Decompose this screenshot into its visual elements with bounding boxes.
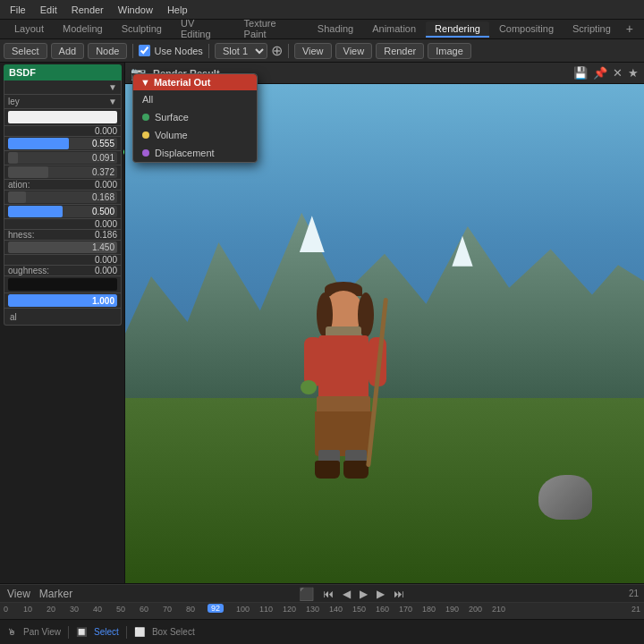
bar-row-091[interactable]: 0.091: [4, 151, 122, 165]
sphere-icon[interactable]: ⊕: [271, 42, 283, 59]
value-0: 0.000: [95, 126, 117, 136]
tab-modeling[interactable]: Modeling: [54, 21, 112, 38]
bar-value-145: 1.450: [92, 242, 114, 253]
material-output-dropdown: ▼ Material Out All Surface Volume Displa…: [132, 73, 258, 163]
frame-80: 80: [186, 605, 195, 614]
bar-fill-168: [8, 191, 26, 203]
frame-120: 120: [283, 605, 296, 614]
hness-row: hness: 0.186: [4, 230, 122, 241]
all-label: All: [142, 94, 153, 105]
tl-play-btn[interactable]: ▶: [358, 588, 369, 600]
tl-prev-frame-btn[interactable]: ◀: [341, 588, 352, 600]
volume-dot: [142, 131, 149, 139]
image-button[interactable]: Image: [428, 43, 471, 59]
main-area: BSDF ▼ ley ▼ 0.000: [0, 63, 644, 590]
color-swatch-black[interactable]: [8, 278, 117, 291]
use-nodes-toggle[interactable]: Use Nodes: [139, 45, 202, 56]
ley-label: ley: [8, 97, 20, 106]
dropdown-item-displacement[interactable]: Displacement: [133, 144, 257, 162]
dropdown-arrow-1[interactable]: ▼: [108, 82, 117, 92]
tab-uv-editing[interactable]: UV Editing: [172, 16, 234, 43]
value-row-0: 0.000: [4, 126, 122, 137]
tl-next-frame-btn[interactable]: ▶: [375, 588, 386, 600]
surface-label: Surface: [155, 112, 189, 123]
view-button-2[interactable]: View: [335, 43, 373, 59]
status-divider-1: [68, 626, 69, 639]
frame-70: 70: [163, 605, 172, 614]
ley-row: ley ▼: [4, 95, 122, 109]
use-nodes-checkbox[interactable]: [139, 45, 150, 56]
dropdown-item-surface[interactable]: Surface: [133, 108, 257, 126]
color-swatch-white[interactable]: [8, 111, 117, 123]
bar-value-372: 0.372: [92, 166, 114, 178]
bsdf-label: BSDF: [9, 67, 36, 78]
mouse-icon: 🖱: [7, 627, 16, 637]
bar-row-555[interactable]: 0.555: [4, 137, 122, 151]
surface-dot: [142, 114, 149, 121]
char-item-left: [301, 380, 317, 394]
tab-add[interactable]: +: [621, 21, 639, 38]
status-divider-2: [126, 626, 127, 639]
menu-file[interactable]: File: [4, 3, 32, 17]
color-swatch-black-row[interactable]: [4, 276, 122, 293]
workspace-tabs: Layout Modeling Sculpting UV Editing Tex…: [0, 20, 644, 39]
frame-170: 170: [399, 605, 412, 614]
tl-next-key-btn[interactable]: ⏭: [392, 588, 406, 600]
render-button[interactable]: Render: [376, 43, 424, 59]
menu-window[interactable]: Window: [112, 3, 159, 17]
star-icon[interactable]: ★: [628, 66, 639, 80]
slot-select[interactable]: Slot 1: [215, 43, 267, 59]
menu-render[interactable]: Render: [65, 3, 110, 17]
tab-sculpting[interactable]: Sculpting: [113, 21, 171, 38]
tl-marker-button[interactable]: Marker: [38, 588, 74, 600]
dropdown-item-all[interactable]: All: [133, 90, 257, 108]
view-button-1[interactable]: View: [294, 43, 332, 59]
tab-layout[interactable]: Layout: [5, 21, 53, 38]
tab-compositing[interactable]: Compositing: [490, 21, 563, 38]
bar-value-500: 0.500: [92, 206, 114, 217]
rock: [538, 475, 592, 520]
dropdown-title: Material Out: [154, 77, 211, 88]
menu-help[interactable]: Help: [161, 3, 194, 17]
tab-texture-paint[interactable]: Texture Paint: [235, 16, 308, 43]
close-render-icon[interactable]: ✕: [613, 66, 623, 80]
tl-stop-btn[interactable]: ⬛: [297, 587, 316, 601]
tl-view-button[interactable]: View: [5, 588, 32, 600]
bar-row-145[interactable]: 1.450: [4, 241, 122, 255]
frame-160: 160: [376, 605, 389, 614]
color-swatch-white-row[interactable]: [4, 109, 122, 126]
node-button[interactable]: Node: [88, 43, 127, 59]
tab-shading[interactable]: Shading: [309, 21, 362, 38]
frame-30: 30: [70, 605, 79, 614]
pin-icon[interactable]: 📌: [593, 66, 607, 80]
bar-row-100[interactable]: 1.000: [4, 293, 122, 309]
toolbar-separator-1: [132, 44, 133, 58]
toolbar: Select Add Node Use Nodes Slot 1 ⊕ View …: [0, 39, 644, 63]
frame-100: 100: [236, 605, 250, 614]
dropdown-arrow-2[interactable]: ▼: [108, 97, 117, 106]
add-button[interactable]: Add: [51, 43, 85, 59]
current-frame-indicator[interactable]: 92: [208, 604, 224, 613]
select-button[interactable]: Select: [4, 43, 47, 59]
tab-rendering[interactable]: Rendering: [426, 21, 489, 38]
displacement-dot: [142, 149, 149, 157]
char-arm-l: [304, 337, 322, 386]
volume-label: Volume: [155, 130, 188, 140]
ation-value: 0.000: [95, 180, 117, 190]
bar-row-500[interactable]: 0.500: [4, 205, 122, 219]
menu-edit[interactable]: Edit: [34, 3, 64, 17]
value-row-000b: 0.000: [4, 219, 122, 230]
frame-end: 21: [631, 605, 640, 614]
bar-row-372[interactable]: 0.372: [4, 165, 122, 180]
tl-prev-key-btn[interactable]: ⏮: [321, 588, 335, 600]
oughness-row: oughness: 0.000: [4, 266, 122, 276]
dropdown-item-volume[interactable]: Volume: [133, 126, 257, 144]
tab-scripting[interactable]: Scripting: [564, 21, 620, 38]
save-render-icon[interactable]: 💾: [573, 66, 588, 80]
value-000b: 0.000: [95, 219, 117, 229]
bar-row-168[interactable]: 0.168: [4, 191, 122, 205]
select-label: Select: [94, 627, 119, 637]
tab-animation[interactable]: Animation: [363, 21, 425, 38]
dropdown-arrow: ▼: [140, 77, 150, 88]
frame-60: 60: [140, 605, 148, 614]
